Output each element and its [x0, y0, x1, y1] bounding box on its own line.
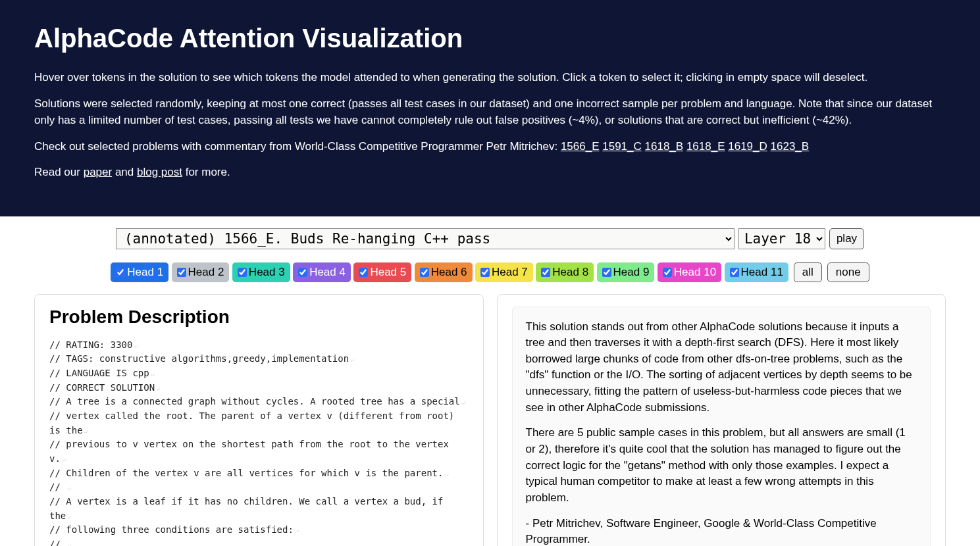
head-label: Head 6 [431, 266, 467, 279]
commentary-p2: There are 5 public sample cases in this … [526, 425, 917, 506]
head-label: Head 5 [370, 266, 406, 279]
head-checkbox-3[interactable] [238, 268, 247, 277]
code-line[interactable]: // ↵ [49, 480, 469, 495]
head-label: Head 9 [613, 266, 650, 279]
code-line[interactable]: // following three conditions are satisf… [49, 523, 469, 537]
commentary-link-1623_B[interactable]: 1623_B [771, 140, 810, 153]
head-checkbox-5[interactable] [359, 268, 368, 277]
commentary-box: This solution stands out from other Alph… [512, 307, 931, 547]
head-label: Head 4 [309, 266, 346, 279]
layer-select[interactable]: Layer 18 [738, 228, 825, 249]
head-label: Head 3 [249, 266, 285, 279]
head-checkbox-9[interactable] [602, 268, 611, 277]
right-panel: This solution stands out from other Alph… [497, 294, 946, 547]
newline-mark: ↵ [66, 513, 71, 520]
newline-mark: ↵ [132, 342, 138, 349]
commentary-link-1618_E[interactable]: 1618_E [686, 140, 725, 153]
head-chip-5[interactable]: Head 5 [353, 262, 411, 282]
paper-line: Read our paper and blog post for more. [34, 164, 946, 181]
head-chip-8[interactable]: Head 8 [536, 262, 594, 282]
problem-description-panel: Problem Description // RATING: 3300↵// T… [34, 294, 484, 547]
page-title: AlphaCode Attention Visualization [34, 24, 946, 53]
code-line[interactable]: // LANGUAGE IS cpp↵ [49, 366, 469, 381]
heads-row: Head 1 Head 2 Head 3 Head 4 Head 5 Head … [0, 256, 980, 294]
head-checkbox-10[interactable] [663, 268, 672, 277]
paper-link[interactable]: paper [84, 166, 112, 178]
play-button[interactable]: play [829, 228, 864, 249]
head-label: Head 10 [674, 266, 716, 279]
head-chip-3[interactable]: Head 3 [232, 262, 290, 282]
head-checkbox-11[interactable] [730, 268, 739, 277]
code-line[interactable]: // vertex called the root. The parent of… [49, 409, 469, 437]
commentary-links-line: Check out selected problems with comment… [34, 138, 946, 155]
head-checkbox-6[interactable] [420, 268, 429, 277]
header: AlphaCode Attention Visualization Hover … [0, 0, 980, 216]
newline-mark: ↵ [149, 370, 155, 378]
newline-mark: ↵ [349, 356, 354, 363]
head-label: Head 11 [741, 266, 783, 279]
commentary-link-1566_E[interactable]: 1566_E [561, 140, 600, 153]
commentary-p1: This solution stands out from other Alph… [526, 319, 917, 416]
head-checkbox-7[interactable] [480, 268, 490, 277]
content-row: Problem Description // RATING: 3300↵// T… [0, 294, 980, 547]
head-chip-9[interactable]: Head 9 [597, 262, 655, 282]
code-line[interactable]: // CORRECT SOLUTION↵ [49, 381, 469, 395]
head-chip-11[interactable]: Head 11 [725, 262, 788, 282]
head-checkbox-4[interactable] [298, 268, 307, 277]
newline-mark: ↵ [443, 470, 448, 478]
none-button[interactable]: none [827, 262, 869, 282]
code-line[interactable]: // previous to v vertex on the shortest … [49, 437, 469, 466]
problem-description-heading: Problem Description [49, 307, 469, 328]
head-chip-7[interactable]: Head 7 [475, 262, 533, 282]
newline-mark: ↵ [66, 541, 71, 546]
head-label: Head 8 [552, 266, 588, 279]
head-checkbox-1[interactable] [116, 268, 125, 277]
code-line[interactable]: // A vertex is a leaf if it has no child… [49, 495, 469, 523]
head-chip-4[interactable]: Head 4 [293, 262, 351, 282]
intro-para-2: Solutions were selected randomly, keepin… [34, 95, 946, 129]
intro-para-1: Hover over tokens in the solution to see… [34, 69, 946, 86]
problem-description-code: // RATING: 3300↵// TAGS: constructive al… [49, 338, 469, 547]
code-line[interactable]: // Children of the vertex v are all vert… [49, 466, 469, 481]
commentary-link-1618_B[interactable]: 1618_B [645, 140, 684, 153]
code-line[interactable]: // RATING: 3300↵ [49, 338, 469, 353]
head-label: Head 2 [188, 266, 224, 279]
newline-mark: ↵ [61, 456, 66, 463]
head-chip-6[interactable]: Head 6 [415, 262, 473, 282]
all-button[interactable]: all [794, 262, 822, 282]
code-line[interactable]: // A tree is a connected graph without c… [49, 395, 469, 409]
newline-mark: ↵ [66, 484, 71, 491]
code-line[interactable]: // ↵ [49, 537, 469, 546]
code-line[interactable]: // TAGS: constructive algorithms,greedy,… [49, 352, 469, 366]
top-controls: (annotated) 1566_E. Buds Re-hanging C++ … [0, 216, 980, 256]
head-label: Head 1 [127, 266, 163, 279]
newline-mark: ↵ [83, 428, 88, 435]
head-checkbox-8[interactable] [541, 268, 550, 277]
head-chip-2[interactable]: Head 2 [172, 262, 230, 282]
head-chip-10[interactable]: Head 10 [658, 262, 721, 282]
head-label: Head 7 [492, 266, 528, 279]
head-chip-1[interactable]: Head 1 [111, 262, 168, 282]
commentary-attribution: - Petr Mitrichev, Software Engineer, Goo… [526, 516, 917, 546]
newline-mark: ↵ [294, 527, 299, 534]
blog-post-link[interactable]: blog post [137, 166, 182, 178]
newline-mark: ↵ [460, 399, 465, 406]
newline-mark: ↵ [155, 385, 160, 392]
commentary-link-1591_C[interactable]: 1591_C [602, 140, 642, 153]
problem-select[interactable]: (annotated) 1566_E. Buds Re-hanging C++ … [116, 228, 735, 249]
commentary-prefix: Check out selected problems with comment… [34, 140, 561, 153]
commentary-link-1619_D[interactable]: 1619_D [728, 140, 767, 153]
head-checkbox-2[interactable] [177, 268, 186, 277]
